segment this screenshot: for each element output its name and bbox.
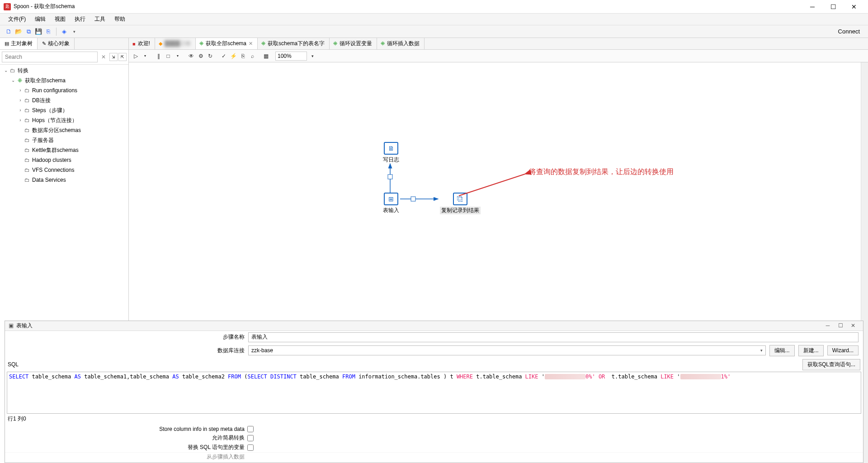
tree-item[interactable]: 🗀子服务器 — [0, 135, 128, 145]
folder-icon: 🗀 — [24, 136, 31, 144]
sql-label: SQL — [8, 361, 802, 368]
explore-db-icon[interactable]: ⌕ — [248, 52, 256, 60]
tree-item[interactable]: 🗀Hadoop clusters — [0, 155, 128, 165]
tree-item[interactable]: 🗀VFS Connections — [0, 165, 128, 175]
menu-tools[interactable]: 工具 — [90, 14, 110, 25]
editor-tab[interactable]: ⁜获取schema下的表名字 — [258, 38, 330, 49]
expand-all-button[interactable]: ⇲ — [109, 53, 118, 61]
dialog-maximize-button[interactable]: ☐ — [834, 321, 847, 330]
stop-icon[interactable]: □ — [164, 52, 172, 60]
check-replace-vars[interactable] — [247, 444, 254, 451]
step-label: 复制记录到结果 — [440, 207, 481, 214]
maximize-button[interactable]: ☐ — [823, 0, 844, 14]
close-tab-icon[interactable]: ✕ — [249, 41, 253, 47]
tree-item[interactable]: ›🗀Steps（步骤） — [0, 105, 128, 115]
sidebar-tab-main-objects[interactable]: ▤ 主对象树 — [0, 38, 38, 49]
chevron-down-icon[interactable]: ⌄ — [10, 76, 16, 85]
preview-icon[interactable]: 👁 — [187, 52, 195, 60]
check-store-column[interactable] — [247, 426, 254, 432]
window-title: Spoon - 获取全部schema — [14, 3, 802, 10]
pause-icon[interactable]: ‖ — [155, 52, 163, 60]
check-lazy-conversion[interactable] — [247, 435, 254, 441]
step-name-label: 步骤名称 — [9, 333, 245, 341]
edit-connection-button[interactable]: 编辑... — [769, 345, 795, 356]
step-copy-result[interactable]: ⿻ 复制记录到结果 — [440, 193, 481, 214]
tree-transformation[interactable]: ⌄ ⁜ 获取全部schema — [0, 76, 128, 85]
transformation-icon: ⁜ — [16, 76, 24, 85]
sidebar-tab-core-objects[interactable]: ✎ 核心对象 — [38, 38, 75, 49]
editor-tab[interactable]: ◆████迁移 — [155, 38, 196, 49]
sql-icon[interactable]: ⎘ — [239, 52, 247, 60]
wizard-button[interactable]: Wizard... — [827, 345, 859, 355]
db-connection-select[interactable]: zzk-base ▾ — [248, 345, 766, 355]
chevron-down-icon[interactable]: ⌄ — [3, 66, 9, 75]
db-connection-value: zzk-base — [251, 347, 273, 354]
folder-icon: 🗀 — [24, 106, 31, 114]
tab-type-icon: ⁜ — [261, 41, 265, 47]
new-icon[interactable]: 🗋 — [5, 28, 13, 36]
chevron-right-icon[interactable]: › — [17, 86, 24, 94]
connect-button[interactable]: Connect — [834, 27, 864, 36]
app-icon: 匙 — [4, 3, 11, 10]
run-icon[interactable]: ▷ — [132, 52, 140, 60]
clear-search-icon[interactable]: ✕ — [99, 54, 108, 60]
tree-item[interactable]: ›🗀Hops（节点连接） — [0, 115, 128, 125]
stop-dropdown-icon[interactable]: ▾ — [174, 52, 182, 60]
explore-icon[interactable]: ⧉ — [24, 28, 33, 36]
step-write-log[interactable]: 🗎 写日志 — [383, 142, 399, 164]
step-table-input[interactable]: ⊞ 表输入 — [383, 193, 399, 214]
chevron-right-icon[interactable]: › — [17, 96, 24, 104]
get-sql-button[interactable]: 获取SQL查询语句... — [802, 359, 860, 370]
editor-tab[interactable]: ⁜获取全部schema✕ — [196, 38, 258, 49]
folder-icon: 🗀 — [24, 86, 31, 94]
dialog-minimize-button[interactable]: ─ — [821, 321, 834, 330]
copy-icon: ⿻ — [457, 195, 463, 203]
tab-label: ████迁移 — [165, 40, 191, 47]
perspective-icon[interactable]: ◈ — [60, 28, 68, 36]
zoom-dropdown-icon[interactable]: ▾ — [308, 52, 316, 60]
sql-editor[interactable]: SELECT table_schema AS table_schema1,tab… — [7, 372, 861, 414]
menu-help[interactable]: 帮助 — [110, 14, 130, 25]
menu-edit[interactable]: 编辑 — [30, 14, 50, 25]
run-dropdown-icon[interactable]: ▾ — [141, 52, 149, 60]
zoom-input[interactable] — [275, 52, 307, 61]
minimize-button[interactable]: ─ — [802, 0, 823, 14]
tree-item[interactable]: ›🗀Run configurations — [0, 85, 128, 95]
step-label: 表输入 — [383, 207, 399, 214]
dialog-title: 表输入 — [16, 322, 821, 330]
editor-tab[interactable]: ⁜循环设置变量 — [330, 38, 377, 49]
tree-label: Data Services — [32, 176, 66, 184]
tree-item[interactable]: 🗀Data Services — [0, 175, 128, 185]
step-dialog: ▣ 表输入 ─ ☐ ✕ 步骤名称 数据库连接 zzk-base ▾ 编辑... … — [5, 321, 863, 463]
step-name-input[interactable] — [248, 332, 859, 342]
menu-file[interactable]: 文件(F) — [4, 14, 30, 25]
editor-tab[interactable]: ⁜循环插入数据 — [377, 38, 425, 49]
impact-icon[interactable]: ⚡ — [229, 52, 237, 60]
menu-execute[interactable]: 执行 — [70, 14, 90, 25]
dialog-close-button[interactable]: ✕ — [847, 321, 859, 330]
open-icon[interactable]: 📂 — [14, 28, 23, 36]
chevron-right-icon[interactable]: › — [17, 106, 24, 114]
tree-root-transformations[interactable]: ⌄ 🗀 转换 — [0, 66, 128, 76]
show-results-icon[interactable]: ▦ — [262, 52, 270, 60]
main-toolbar: 🗋 📂 ⧉ 💾 ⎘ ◈ ▾ Connect — [0, 25, 868, 38]
save-icon[interactable]: 💾 — [34, 28, 42, 36]
dialog-icon: ▣ — [9, 322, 14, 329]
chevron-right-icon[interactable]: › — [17, 116, 24, 124]
menu-view[interactable]: 视图 — [50, 14, 70, 25]
tree-item[interactable]: 🗀Kettle集群schemas — [0, 145, 128, 155]
dropdown-icon[interactable]: ▾ — [70, 28, 78, 36]
new-connection-button[interactable]: 新建... — [798, 345, 824, 356]
tree-item[interactable]: ›🗀DB连接 — [0, 95, 128, 105]
tree-item[interactable]: 🗀数据库分区schemas — [0, 125, 128, 135]
debug-icon[interactable]: ⚙ — [197, 52, 205, 60]
editor-tab[interactable]: ■欢迎! — [129, 38, 155, 49]
save-as-icon[interactable]: ⎘ — [44, 28, 52, 36]
replay-icon[interactable]: ↻ — [206, 52, 214, 60]
verify-icon[interactable]: ✓ — [220, 52, 228, 60]
collapse-all-button[interactable]: ⇱ — [118, 53, 127, 61]
search-input[interactable] — [2, 52, 98, 62]
list-icon: ▤ — [5, 41, 9, 47]
folder-icon: 🗀 — [24, 176, 31, 184]
close-button[interactable]: ✕ — [844, 0, 864, 14]
